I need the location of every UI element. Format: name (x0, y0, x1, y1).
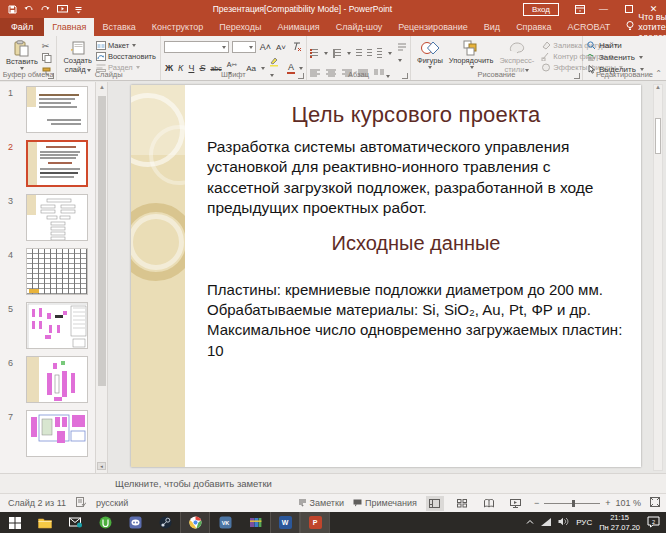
slide-thumbnail-5[interactable]: 5 (0, 302, 95, 349)
hidden-icons-chevron[interactable] (526, 518, 534, 527)
grow-font-icon[interactable]: A˄ (259, 42, 272, 52)
bullets-button[interactable] (310, 49, 318, 58)
find-button[interactable]: Найти (587, 41, 644, 50)
slide-sorter-view-button[interactable] (453, 496, 471, 511)
scrollbar-thumb[interactable] (98, 96, 106, 386)
customize-qat-icon[interactable] (75, 5, 82, 14)
scroll-up-icon[interactable]: ▲ (99, 84, 105, 90)
spell-check-icon[interactable] (76, 497, 86, 509)
replace-button[interactable]: Заменить (587, 53, 644, 62)
collapse-ribbon-icon[interactable]: ⌃ (655, 69, 662, 78)
word-icon[interactable]: W (270, 512, 300, 533)
slide-subtitle[interactable]: Исходные данные (207, 232, 625, 255)
volume-icon[interactable] (558, 517, 569, 528)
minimize-button[interactable]: — (591, 0, 616, 18)
start-button[interactable] (0, 512, 30, 533)
replace-label: Заменить (599, 53, 635, 62)
reset-button[interactable]: Восстановить (96, 52, 156, 61)
slide-title[interactable]: Цель курсового проекта (207, 102, 625, 128)
undo-icon[interactable] (24, 5, 34, 14)
tab-review[interactable]: Рецензирование (390, 18, 476, 36)
slide-thumbnail-4[interactable]: 4 (0, 248, 95, 295)
powerpoint-icon[interactable]: P (300, 512, 330, 533)
zoom-slider[interactable] (544, 503, 600, 504)
font-name-combo[interactable] (164, 41, 229, 53)
notes-pane[interactable]: Щелкните, чтобы добавить заметки (0, 473, 666, 493)
ribbon-display-options-icon[interactable] (569, 0, 591, 18)
winrar-icon[interactable] (240, 512, 270, 533)
tab-animations[interactable]: Анимация (269, 18, 327, 36)
slide-thumbnail-6[interactable]: 6 (0, 356, 95, 403)
current-slide[interactable]: Цель курсового проекта Разработка систем… (131, 85, 641, 467)
slideshow-view-button[interactable] (507, 496, 525, 511)
cut-icon[interactable]: ✂ (42, 41, 52, 51)
redo-icon[interactable] (41, 5, 50, 14)
tab-design[interactable]: Конструктор (144, 18, 211, 36)
tell-me-box[interactable]: Что вы хотите сделать? (618, 18, 666, 36)
vk-icon[interactable]: VK (210, 512, 240, 533)
copy-icon[interactable] (42, 53, 52, 65)
chrome-icon[interactable] (180, 512, 210, 533)
file-explorer-icon[interactable] (30, 512, 60, 533)
tab-acrobat[interactable]: ACROBAT (559, 18, 618, 36)
steam-icon[interactable] (150, 512, 180, 533)
action-center-icon[interactable]: 2 (647, 516, 660, 530)
zoom-in-icon[interactable]: + (605, 498, 610, 508)
keyboard-language[interactable]: РУС (576, 518, 592, 527)
slide-thumbnail-2[interactable]: 2 (0, 140, 95, 187)
zoom-slider-thumb[interactable] (572, 500, 575, 507)
tab-transitions[interactable]: Переходы (211, 18, 269, 36)
scroll-up-icon[interactable]: ▲ (654, 84, 662, 90)
fit-slide-icon[interactable] (650, 497, 660, 509)
tab-home[interactable]: Главная (44, 18, 94, 36)
notes-toggle[interactable]: Заметки (298, 498, 344, 508)
save-icon[interactable] (8, 5, 17, 14)
taskbar-clock[interactable]: 21:15 Пн 27.07.20 (599, 513, 640, 532)
shapes-button[interactable]: Фигуры (414, 39, 446, 70)
clipboard-dialog-launcher[interactable] (48, 73, 54, 79)
tab-slideshow[interactable]: Слайд-шоу (328, 18, 391, 36)
discord-icon[interactable] (120, 512, 150, 533)
paste-button[interactable]: Вставить (3, 39, 41, 71)
reading-view-button[interactable] (480, 496, 498, 511)
restore-button[interactable] (616, 0, 641, 18)
slide-thumbnail-3[interactable]: 3 (0, 194, 95, 241)
thumbnail-number: 5 (0, 302, 26, 349)
tab-help[interactable]: Справка (508, 18, 559, 36)
normal-view-button[interactable] (426, 496, 444, 511)
scrollbar-thumb[interactable] (655, 118, 661, 154)
paragraph-dialog-launcher[interactable] (402, 73, 408, 79)
language-indicator[interactable]: русский (96, 498, 128, 508)
clear-formatting-icon[interactable] (290, 42, 303, 53)
zoom-out-icon[interactable]: − (534, 498, 539, 508)
shrink-font-icon[interactable]: A˅ (275, 43, 287, 52)
start-slideshow-icon[interactable] (57, 5, 68, 14)
numbering-button[interactable] (333, 49, 341, 58)
tab-file[interactable]: Файл (0, 18, 44, 36)
slide-thumbnail-7[interactable]: 7 (0, 410, 95, 457)
slide-thumbnail-1[interactable]: 1 (0, 86, 95, 133)
font-size-combo[interactable] (232, 41, 256, 53)
slide-body-text[interactable]: Разработка системы автоматического управ… (207, 137, 625, 219)
drawing-dialog-launcher[interactable] (574, 73, 580, 79)
thumbnail-scrollbar[interactable]: ▲ ◂ (96, 82, 108, 473)
sign-in-button[interactable]: Вход (523, 3, 559, 16)
thumbnail-panel-collapse-icon[interactable]: ◂ (97, 462, 106, 470)
arrange-button[interactable]: Упорядочить (446, 39, 497, 70)
tab-view[interactable]: Вид (476, 18, 508, 36)
decrease-indent-button[interactable] (356, 49, 363, 58)
zoom-level[interactable]: 101 % (615, 498, 641, 508)
utorrent-icon[interactable] (90, 512, 120, 533)
network-icon[interactable] (541, 518, 551, 528)
font-dialog-launcher[interactable] (298, 73, 304, 79)
mail-icon[interactable] (60, 512, 90, 533)
slide-scrollbar[interactable]: ▲ (653, 84, 663, 471)
comments-toggle[interactable]: Примечания (353, 498, 417, 508)
text-direction-button[interactable] (397, 42, 407, 64)
increase-indent-button[interactable] (367, 49, 372, 58)
slide-data-lines[interactable]: Пластины: кремниевые подложки диаметром … (207, 280, 625, 361)
line-spacing-button[interactable] (377, 48, 382, 58)
tab-insert[interactable]: Вставка (94, 18, 143, 36)
paste-label: Вставить (6, 58, 38, 67)
layout-button[interactable]: Макет (96, 41, 156, 50)
